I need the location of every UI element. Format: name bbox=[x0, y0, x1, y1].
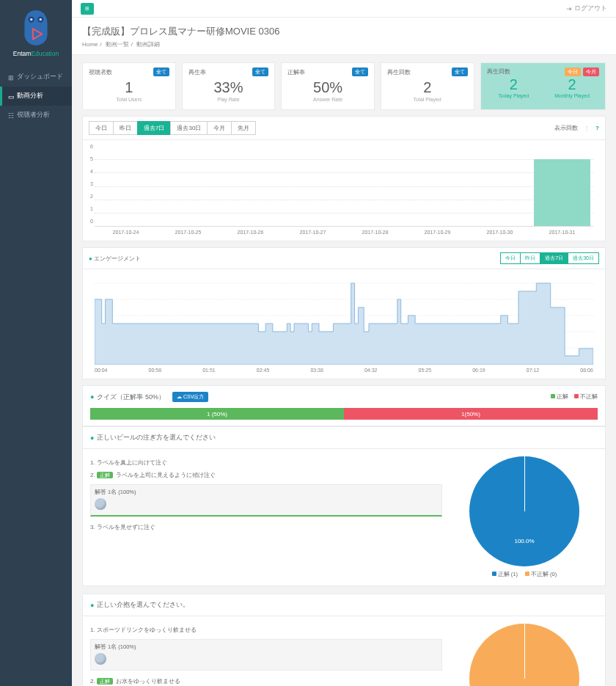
x-axis: 2017-10-242017-10-252017-10-262017-10-27… bbox=[95, 230, 593, 235]
logout-icon: ⇥ bbox=[566, 5, 572, 12]
card-answerrate: 正解率全て 50% Answer Rate bbox=[281, 62, 375, 110]
nav-list: ⊞ダッシュボード ▭動画分析 ☷視聴者分析 bbox=[0, 67, 72, 125]
eng-tab-30days[interactable]: 過去30日 bbox=[568, 252, 599, 264]
card-plays-period: 再生回数 今日 今月 2Today Played 2Monthly Played bbox=[480, 62, 606, 110]
quiz2-opt1: スポーツドリンクをゆっくり飲ませる bbox=[97, 627, 197, 633]
correct-badge: 正解 bbox=[97, 678, 113, 685]
owl-play-logo bbox=[21, 9, 51, 47]
chart-menu-icon[interactable]: ⋮ bbox=[584, 125, 590, 131]
card-sub: Answer Rate bbox=[287, 97, 368, 102]
quiz1-opt1: ラベルを真上に向けて注ぐ bbox=[97, 459, 167, 466]
nav-dashboard[interactable]: ⊞ダッシュボード bbox=[0, 67, 72, 87]
eng-tab-yesterday[interactable]: 昨日 bbox=[520, 252, 540, 264]
card-sub: Play Rate bbox=[188, 97, 269, 102]
crumb-home[interactable]: Home bbox=[82, 41, 98, 48]
badge-month: 今月 bbox=[583, 67, 599, 76]
stat-cards: 視聴者数全て 1 Total Users 再生率全て 33% Play Rate… bbox=[72, 55, 616, 110]
logout-link[interactable]: ⇥ログアウト bbox=[566, 4, 607, 13]
user-avatar[interactable] bbox=[95, 498, 106, 510]
card-sub: Total Users bbox=[89, 97, 169, 102]
card-value: 2 bbox=[387, 79, 468, 96]
card-value: 50% bbox=[287, 79, 368, 96]
brand-text: EntamEducation bbox=[0, 50, 72, 57]
eng-tab-today[interactable]: 今日 bbox=[500, 252, 521, 264]
quiz-summary-title: クイズ（正解率 50%） bbox=[97, 393, 165, 402]
quiz2-opt2: お水をゆっくり飲ませる bbox=[116, 678, 180, 685]
csv-export-button[interactable]: ☁ CSV出力 bbox=[172, 392, 208, 402]
quiz-summary-panel: ● クイズ（正解率 50%） ☁ CSV出力 正解 不正解 1 (50%) 1(… bbox=[82, 385, 606, 426]
card-label: 正解率 bbox=[287, 68, 305, 76]
legend-incorrect: 不正解 bbox=[580, 393, 598, 400]
today-value: 2 bbox=[487, 76, 541, 93]
grid-icon: ⊞ bbox=[8, 74, 14, 80]
card-label: 再生回数 bbox=[387, 68, 411, 76]
bar-incorrect: 1(50%) bbox=[344, 408, 598, 420]
month-value: 2 bbox=[545, 76, 599, 93]
logo-area: EntamEducation bbox=[0, 6, 72, 63]
month-label: Monthly Played bbox=[545, 93, 599, 98]
card-label: 視聴者数 bbox=[89, 68, 112, 76]
card-value: 1 bbox=[89, 79, 169, 96]
card-playrate: 再生率全て 33% Play Rate bbox=[182, 62, 276, 110]
tab-lastmonth[interactable]: 先月 bbox=[231, 121, 256, 135]
bar-chart: 654 321 0 bbox=[95, 146, 593, 227]
correct-badge: 正解 bbox=[97, 472, 113, 478]
quiz-block-1: ●正しいビールの注ぎ方を選んでください 1. ラベルを真上に向けて注ぐ 2. 正… bbox=[82, 426, 606, 586]
eng-tab-7days[interactable]: 過去7日 bbox=[540, 252, 568, 264]
engagement-panel: ● エンゲージメント 今日 昨日 過去7日 過去30日 bbox=[82, 247, 606, 379]
badge-all: 全て bbox=[153, 67, 169, 76]
pie-legend-incorrect: 不正解 (0) bbox=[531, 571, 557, 577]
today-label: Today Played bbox=[487, 93, 541, 98]
page-title: 【完成版】プロレス風マナー研修MOVIE 0306 bbox=[82, 25, 606, 38]
main: ≡ ⇥ログアウト 【完成版】プロレス風マナー研修MOVIE 0306 Home/… bbox=[72, 0, 616, 686]
bar-correct: 1 (50%) bbox=[90, 408, 344, 420]
tab-yesterday[interactable]: 昨日 bbox=[113, 121, 138, 135]
quiz1-pie-chart: 100.0% bbox=[469, 456, 579, 566]
tab-7days[interactable]: 過去7日 bbox=[137, 121, 171, 135]
tab-30days[interactable]: 過去30日 bbox=[170, 121, 208, 135]
nav-viewer-analytics[interactable]: ☷視聴者分析 bbox=[0, 106, 72, 125]
quiz1-opt2: ラベルを上司に見えるように傾け注ぐ bbox=[116, 472, 216, 478]
card-value: 33% bbox=[188, 79, 269, 96]
quiz-block-2: ●正しい介抱を選んでください。 1. スポーツドリンクをゆっくり飲ませる 解答 … bbox=[82, 594, 606, 686]
answer-count: 解答 1名 (100%) bbox=[95, 643, 438, 651]
hamburger-button[interactable]: ≡ bbox=[81, 3, 94, 15]
nav-video-analytics[interactable]: ▭動画分析 bbox=[0, 87, 72, 106]
sidebar: EntamEducation ⊞ダッシュボード ▭動画分析 ☷視聴者分析 bbox=[0, 0, 72, 686]
card-sub: Total Played bbox=[387, 97, 468, 102]
engagement-x-axis: 00:0400:5801:5102:4503:3804:3205:2506:19… bbox=[95, 368, 593, 373]
badge-all: 全て bbox=[252, 67, 268, 76]
badge-all: 全て bbox=[352, 67, 368, 76]
breadcrumb: Home/ 動画一覧/ 動画詳細 bbox=[82, 40, 606, 48]
date-range-tabs: 今日 昨日 過去7日 過去30日 今月 先月 bbox=[89, 121, 256, 135]
card-label: 再生率 bbox=[188, 68, 206, 76]
crumb-list[interactable]: 動画一覧 bbox=[106, 41, 129, 48]
quiz1-answer-box: 解答 1名 (100%) bbox=[90, 484, 442, 517]
engagement-chart bbox=[95, 275, 593, 365]
svg-point-2 bbox=[30, 18, 32, 21]
engagement-title: エンゲージメント bbox=[94, 255, 141, 263]
quiz1-question: 正しいビールの注ぎ方を選んでください bbox=[97, 433, 216, 442]
tab-thismonth[interactable]: 今月 bbox=[207, 121, 232, 135]
badge-today: 今日 bbox=[565, 67, 581, 76]
card-label: 再生回数 bbox=[487, 67, 510, 76]
card-plays: 再生回数全て 2 Total Played bbox=[381, 62, 474, 110]
card-viewers: 視聴者数全て 1 Total Users bbox=[82, 62, 176, 110]
chart-help-icon[interactable]: ? bbox=[595, 125, 599, 131]
user-avatar[interactable] bbox=[95, 653, 106, 665]
crumb-detail: 動画詳細 bbox=[136, 41, 160, 48]
chart-metric-label: 表示回数 bbox=[554, 124, 578, 132]
quiz2-question: 正しい介抱を選んでください。 bbox=[97, 600, 189, 610]
svg-point-3 bbox=[40, 18, 42, 21]
page-header: 【完成版】プロレス風マナー研修MOVIE 0306 Home/ 動画一覧/ 動画… bbox=[72, 18, 616, 55]
answer-count: 解答 1名 (100%) bbox=[95, 489, 438, 496]
quiz-result-bar: 1 (50%) 1(50%) bbox=[90, 408, 598, 420]
tab-today[interactable]: 今日 bbox=[89, 121, 114, 135]
pie-legend-correct: 正解 (1) bbox=[498, 571, 518, 577]
legend-correct: 正解 bbox=[557, 393, 568, 400]
topbar: ≡ ⇥ログアウト bbox=[72, 0, 616, 18]
quiz1-opt3: ラベルを見せずに注ぐ bbox=[97, 524, 155, 530]
quiz2-answer-box: 解答 1名 (100%) bbox=[90, 639, 442, 671]
badge-all: 全て bbox=[452, 67, 468, 76]
quiz2-pie-chart: 100.0% bbox=[469, 624, 579, 686]
